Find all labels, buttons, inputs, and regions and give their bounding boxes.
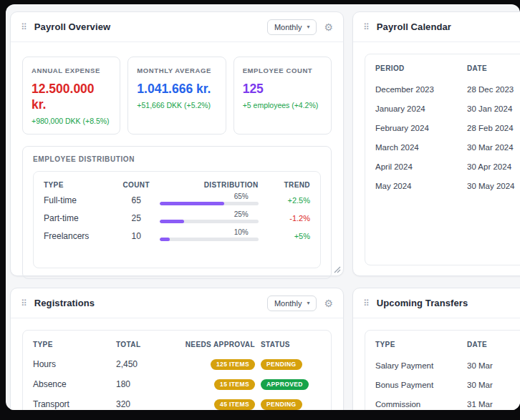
period-select-value: Monthly <box>274 299 302 308</box>
status-cell: PENDING <box>261 358 321 370</box>
stat-delta: +5 employees (+4.2%) <box>243 101 322 110</box>
panel-title: Upcoming Transfers <box>377 298 468 308</box>
type-cell: Absence <box>33 379 110 389</box>
column-header: DATE <box>467 341 520 348</box>
column-header: NEEDS APPROVAL <box>183 341 255 348</box>
column-header: TYPE <box>44 181 112 189</box>
period-cell: December 2023 <box>375 85 460 94</box>
date-cell: 28 Feb 2024 <box>467 124 520 132</box>
chevron-down-icon: ▾ <box>307 24 309 30</box>
column-header: DATE <box>467 64 520 72</box>
column-header: COUNT <box>120 181 153 189</box>
progress-bar <box>160 202 259 205</box>
drag-handle-icon[interactable]: ⠿ <box>363 299 370 308</box>
chevron-down-icon: ▾ <box>307 301 309 306</box>
total-cell: 320 <box>116 399 178 409</box>
period-cell: March 2024 <box>375 143 460 152</box>
distribution-cell: 25% <box>160 210 259 223</box>
status-badge: PENDING <box>261 359 302 371</box>
upcoming-transfers-header: ⠿ Upcoming Transfers <box>353 288 520 318</box>
type-cell: Hours <box>33 359 110 369</box>
date-cell: 30 Jan 2024 <box>467 104 520 113</box>
column-header: STATUS <box>261 341 321 348</box>
table-row: March 2024 30 Mar 2024 <box>375 137 520 157</box>
table-row: Freelancers 10 10% +5% <box>44 226 310 244</box>
panel-title: Registrations <box>34 298 95 308</box>
type-cell: Freelancers <box>44 231 112 241</box>
column-header: TREND <box>266 181 310 189</box>
items-badge: 15 ITEMS <box>214 379 255 391</box>
type-cell: Commission <box>375 400 460 409</box>
date-cell: 31 Mar <box>467 400 520 409</box>
progress-bar-fill <box>160 238 170 241</box>
payroll-overview-panel: ⠿ Payroll Overview Monthly ▾ ⚙ ANNUAL EX… <box>10 11 344 276</box>
upcoming-transfers-panel: ⠿ Upcoming Transfers TYPE DATE Salary Pa… <box>352 288 520 410</box>
progress-bar <box>160 220 259 223</box>
trend-cell: -1.2% <box>266 213 310 223</box>
date-cell: 30 Mar <box>467 361 520 370</box>
table-row: May 2024 30 May 2024 <box>375 176 520 195</box>
column-header: TOTAL <box>116 341 178 348</box>
table-row: April 2024 30 Apr 2024 <box>375 157 520 176</box>
date-cell: 28 Dec 2023 <box>467 85 520 94</box>
resize-handle[interactable] <box>334 266 341 273</box>
section-title: EMPLOYEE DISTRIBUTION <box>33 155 321 163</box>
table-header-row: PERIOD DATE <box>375 64 520 79</box>
stat-label: EMPLOYEE COUNT <box>243 67 322 75</box>
period-select[interactable]: Monthly ▾ <box>267 296 317 311</box>
period-cell: January 2024 <box>375 104 460 113</box>
trend-cell: +2.5% <box>266 195 310 205</box>
table-row: Commission 31 Mar <box>375 394 520 410</box>
items-badge: 45 ITEMS <box>214 399 255 411</box>
status-cell: APPROVED <box>261 379 321 390</box>
table-header-row: TYPE COUNT DISTRIBUTION TREND <box>44 181 310 190</box>
date-cell: 30 Apr 2024 <box>467 162 520 171</box>
percent-label: 25% <box>160 210 259 218</box>
stat-delta: +980,000 DKK (+8.5%) <box>32 117 111 126</box>
table-row: Bonus Payment 30 Mar <box>375 375 520 394</box>
registrations-panel: ⠿ Registrations Monthly ▾ ⚙ TYPE TOTAL N… <box>10 288 344 410</box>
approval-cell: 125 ITEMS <box>183 358 255 370</box>
date-cell: 30 Mar <box>467 381 520 389</box>
drag-handle-icon[interactable]: ⠿ <box>21 299 27 308</box>
dashboard-canvas: ⠿ Payroll Overview Monthly ▾ ⚙ ANNUAL EX… <box>6 4 520 410</box>
period-cell: May 2024 <box>375 182 460 190</box>
table-row: Full-time 65 65% +2.5% <box>44 190 310 208</box>
stat-delta: +51,666 DKK (+5.2%) <box>137 101 216 110</box>
distribution-cell: 65% <box>160 192 259 205</box>
column-header: TYPE <box>375 341 460 348</box>
stat-label: MONTHLY AVERAGE <box>137 67 216 75</box>
total-cell: 2,450 <box>116 359 178 369</box>
distribution-cell: 10% <box>160 228 259 241</box>
status-badge: APPROVED <box>261 379 309 391</box>
column-header: PERIOD <box>375 64 460 72</box>
gear-icon[interactable]: ⚙ <box>324 298 333 308</box>
stat-card-employee-count: EMPLOYEE COUNT 125 +5 employees (+4.2%) <box>233 57 332 135</box>
date-cell: 30 Mar 2024 <box>467 143 520 152</box>
calendar-table: PERIOD DATE December 2023 28 Dec 2023 Ja… <box>365 54 520 265</box>
employee-distribution-section: EMPLOYEE DISTRIBUTION TYPE COUNT DISTRIB… <box>22 146 332 279</box>
percent-label: 65% <box>160 192 259 200</box>
registrations-table: TYPE TOTAL NEEDS APPROVAL STATUS Hours 2… <box>22 330 332 410</box>
drag-handle-icon[interactable]: ⠿ <box>363 23 370 31</box>
type-cell: Salary Payment <box>375 361 460 370</box>
panel-title: Payroll Overview <box>34 21 110 32</box>
status-cell: PENDING <box>261 399 321 410</box>
period-select[interactable]: Monthly ▾ <box>267 19 317 35</box>
trend-cell: +5% <box>266 231 310 241</box>
period-select-value: Monthly <box>274 23 302 31</box>
registrations-header: ⠿ Registrations Monthly ▾ ⚙ <box>11 288 343 318</box>
table-header-row: TYPE DATE <box>375 341 520 356</box>
payroll-calendar-header: ⠿ Payroll Calendar <box>353 12 520 42</box>
distribution-table: TYPE COUNT DISTRIBUTION TREND Full-time … <box>33 171 321 268</box>
stat-label: ANNUAL EXPENSE <box>32 67 111 75</box>
table-header-row: TYPE TOTAL NEEDS APPROVAL STATUS <box>33 341 321 354</box>
column-header: DISTRIBUTION <box>160 181 259 189</box>
count-cell: 10 <box>120 231 153 241</box>
gear-icon[interactable]: ⚙ <box>324 22 333 32</box>
approval-cell: 45 ITEMS <box>183 399 255 410</box>
drag-handle-icon[interactable]: ⠿ <box>21 23 27 31</box>
type-cell: Transport <box>33 399 110 409</box>
table-row: December 2023 28 Dec 2023 <box>375 79 520 99</box>
type-cell: Part-time <box>44 213 112 223</box>
